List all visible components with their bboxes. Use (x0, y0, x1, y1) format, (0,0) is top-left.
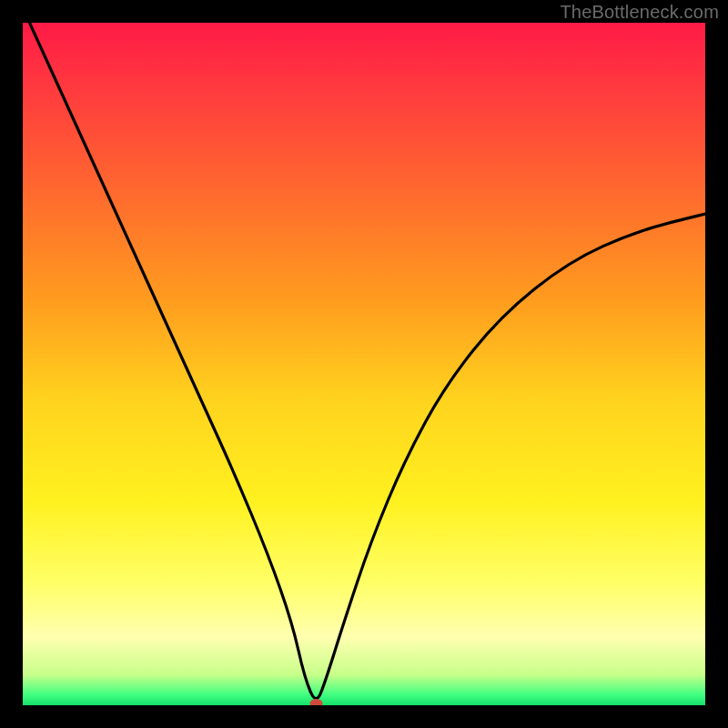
gradient-background (23, 23, 705, 705)
attribution-label: TheBottleneck.com (560, 2, 719, 23)
bottleneck-chart (23, 23, 705, 705)
plot-area (23, 23, 705, 705)
chart-frame: TheBottleneck.com (0, 0, 728, 728)
